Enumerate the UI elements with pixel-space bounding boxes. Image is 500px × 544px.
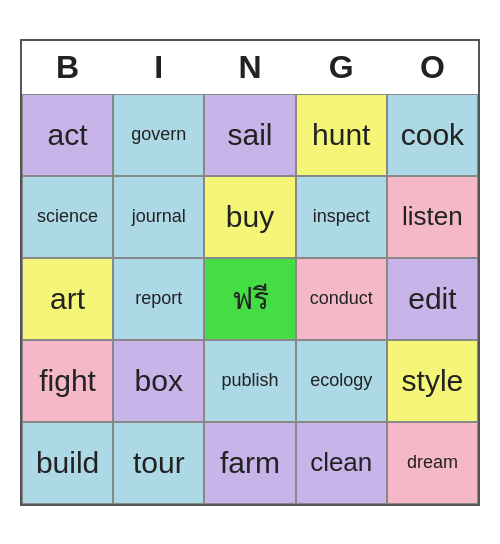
cell-text-1-4: listen <box>402 201 463 232</box>
bingo-card: BINGO actgovernsailhuntcooksciencejourna… <box>20 39 480 506</box>
cell-2-1: report <box>113 258 204 340</box>
cell-text-1-3: inspect <box>313 206 370 228</box>
cell-text-0-1: govern <box>131 124 186 146</box>
cell-text-0-2: sail <box>228 117 273 153</box>
cell-4-4: dream <box>387 422 478 504</box>
cell-4-3: clean <box>296 422 387 504</box>
cell-text-4-3: clean <box>310 447 372 478</box>
cell-3-2: publish <box>204 340 295 422</box>
cell-text-1-1: journal <box>132 206 186 228</box>
cell-text-2-2: ฟรี <box>232 281 269 317</box>
cell-2-0: art <box>22 258 113 340</box>
cell-1-3: inspect <box>296 176 387 258</box>
header-letter-O: O <box>387 41 478 94</box>
header-letter-B: B <box>22 41 113 94</box>
cell-1-1: journal <box>113 176 204 258</box>
cell-text-3-3: ecology <box>310 370 372 392</box>
cell-text-3-2: publish <box>221 370 278 392</box>
bingo-grid: actgovernsailhuntcooksciencejournalbuyin… <box>22 94 478 504</box>
cell-text-4-0: build <box>36 445 99 481</box>
cell-text-0-3: hunt <box>312 117 370 153</box>
cell-text-3-1: box <box>135 363 183 399</box>
header-letter-N: N <box>204 41 295 94</box>
cell-4-1: tour <box>113 422 204 504</box>
cell-3-3: ecology <box>296 340 387 422</box>
cell-2-3: conduct <box>296 258 387 340</box>
cell-text-4-2: farm <box>220 445 280 481</box>
cell-0-2: sail <box>204 94 295 176</box>
cell-1-4: listen <box>387 176 478 258</box>
cell-text-2-4: edit <box>408 281 456 317</box>
cell-text-4-1: tour <box>133 445 185 481</box>
cell-4-2: farm <box>204 422 295 504</box>
cell-text-3-4: style <box>402 363 464 399</box>
cell-text-3-0: fight <box>39 363 96 399</box>
header-letter-I: I <box>113 41 204 94</box>
cell-text-0-4: cook <box>401 117 464 153</box>
cell-text-0-0: act <box>48 117 88 153</box>
cell-3-0: fight <box>22 340 113 422</box>
row-0: actgovernsailhuntcook <box>22 94 478 176</box>
cell-text-2-0: art <box>50 281 85 317</box>
row-4: buildtourfarmcleandream <box>22 422 478 504</box>
cell-0-0: act <box>22 94 113 176</box>
cell-text-1-0: science <box>37 206 98 228</box>
cell-1-2: buy <box>204 176 295 258</box>
row-2: artreportฟรีconductedit <box>22 258 478 340</box>
cell-0-4: cook <box>387 94 478 176</box>
cell-text-4-4: dream <box>407 452 458 474</box>
bingo-header: BINGO <box>22 41 478 94</box>
cell-0-3: hunt <box>296 94 387 176</box>
cell-3-4: style <box>387 340 478 422</box>
cell-4-0: build <box>22 422 113 504</box>
cell-text-2-3: conduct <box>310 288 373 310</box>
cell-2-2: ฟรี <box>204 258 295 340</box>
cell-text-2-1: report <box>135 288 182 310</box>
row-3: fightboxpublishecologystyle <box>22 340 478 422</box>
cell-1-0: science <box>22 176 113 258</box>
cell-text-1-2: buy <box>226 199 274 235</box>
header-letter-G: G <box>296 41 387 94</box>
row-1: sciencejournalbuyinspectlisten <box>22 176 478 258</box>
cell-2-4: edit <box>387 258 478 340</box>
cell-0-1: govern <box>113 94 204 176</box>
cell-3-1: box <box>113 340 204 422</box>
